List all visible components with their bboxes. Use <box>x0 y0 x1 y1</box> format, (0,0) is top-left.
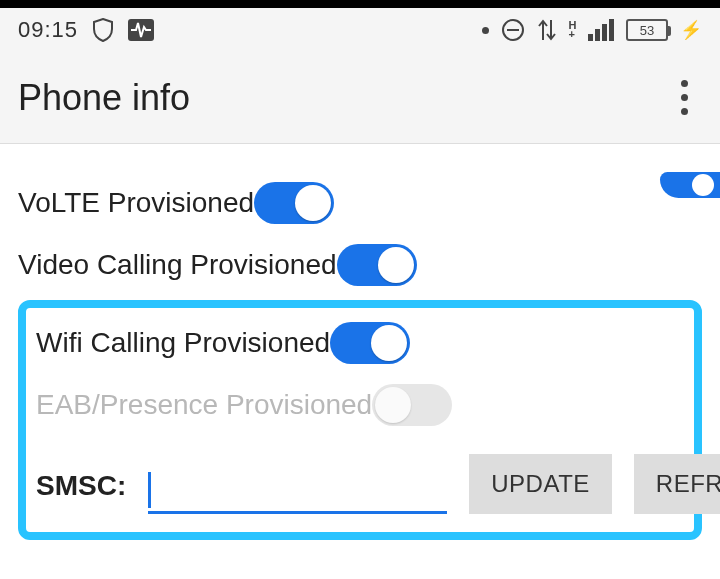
video-calling-label: Video Calling Provisioned <box>18 249 337 281</box>
refresh-button[interactable]: REFRESH <box>634 454 720 514</box>
content-area: VoLTE Provisioned Video Calling Provisio… <box>0 172 720 558</box>
video-calling-row: Video Calling Provisioned <box>18 234 702 296</box>
volte-row: VoLTE Provisioned <box>18 172 702 234</box>
overflow-menu-button[interactable] <box>667 72 702 123</box>
top-black-bar <box>0 0 720 8</box>
wifi-calling-toggle[interactable] <box>330 322 410 364</box>
shield-icon <box>92 18 114 42</box>
partial-toggle-peek[interactable] <box>660 172 720 198</box>
app-bar: Phone info <box>0 52 720 144</box>
eab-toggle[interactable] <box>372 384 452 426</box>
wifi-calling-row: Wifi Calling Provisioned <box>36 312 684 374</box>
eab-row: EAB/Presence Provisioned <box>36 374 684 436</box>
data-arrows-icon <box>537 18 557 42</box>
eab-label: EAB/Presence Provisioned <box>36 389 372 421</box>
network-type-icon: H+ <box>569 21 576 39</box>
smsc-label: SMSC: <box>36 470 126 514</box>
smsc-row: SMSC: UPDATE REFRESH <box>36 454 684 514</box>
signal-icon <box>588 19 614 41</box>
charging-icon: ⚡ <box>680 19 702 41</box>
video-calling-toggle[interactable] <box>337 244 417 286</box>
battery-indicator: 53 <box>626 19 668 41</box>
dot-indicator-icon <box>482 27 489 34</box>
wifi-calling-label: Wifi Calling Provisioned <box>36 327 330 359</box>
volte-label: VoLTE Provisioned <box>18 187 254 219</box>
volte-toggle[interactable] <box>254 182 334 224</box>
smsc-input[interactable] <box>148 464 447 514</box>
page-title: Phone info <box>18 77 190 119</box>
dnd-icon <box>501 18 525 42</box>
status-bar: 09:15 H+ 53 ⚡ <box>0 8 720 52</box>
highlight-box: Wifi Calling Provisioned EAB/Presence Pr… <box>18 300 702 540</box>
activity-icon <box>128 19 154 41</box>
update-button[interactable]: UPDATE <box>469 454 612 514</box>
status-time: 09:15 <box>18 17 78 43</box>
